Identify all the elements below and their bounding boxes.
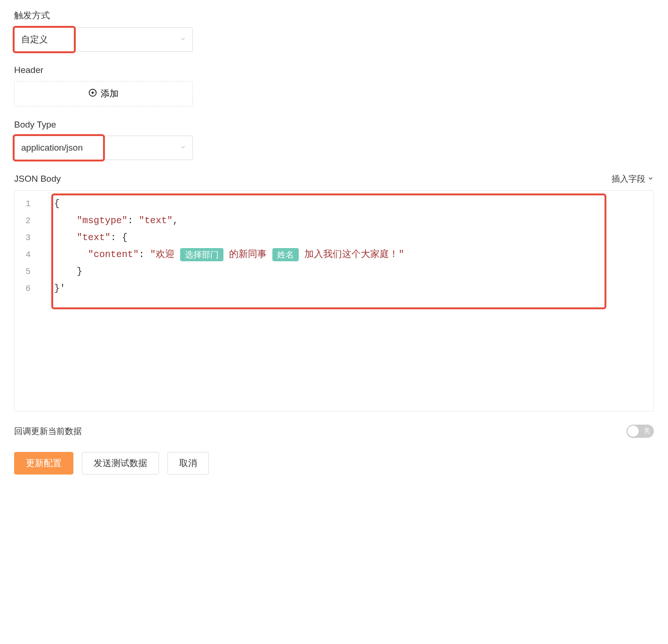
- trigger-section: 触发方式 自定义: [14, 9, 654, 52]
- trigger-select-value: 自定义: [21, 33, 48, 46]
- plus-circle-icon: [88, 89, 97, 99]
- line-number: 3: [15, 229, 31, 246]
- code-line: "text": {: [37, 229, 653, 246]
- field-chip-name[interactable]: 姓名: [272, 248, 299, 261]
- footer-buttons: 更新配置 发送测试数据 取消: [14, 452, 654, 475]
- header-section: Header 添加: [14, 65, 654, 106]
- insert-field-label: 插入字段: [612, 173, 645, 185]
- toggle-off-label: 关: [644, 427, 650, 435]
- field-chip-department[interactable]: 选择部门: [180, 248, 223, 261]
- code-line: }: [37, 263, 653, 280]
- code-line: "msgtype": "text",: [37, 212, 653, 229]
- body-type-label: Body Type: [14, 120, 654, 130]
- json-body-label: JSON Body: [14, 174, 61, 184]
- code-line: }': [37, 280, 653, 297]
- line-number: 5: [15, 263, 31, 280]
- line-number: 2: [15, 212, 31, 229]
- header-label: Header: [14, 65, 654, 75]
- callback-toggle-wrap: 关: [627, 425, 654, 438]
- json-body-section: JSON Body 插入字段 1 2 3 4 5 6 { "msgtype": …: [14, 173, 654, 411]
- code-content: 1 2 3 4 5 6 { "msgtype": "text", "text":…: [15, 191, 653, 297]
- send-test-data-button[interactable]: 发送测试数据: [82, 452, 159, 475]
- add-header-button[interactable]: 添加: [14, 81, 193, 106]
- trigger-select-wrap: 自定义: [14, 27, 193, 52]
- code-lines: { "msgtype": "text", "text": { "content"…: [37, 195, 653, 297]
- callback-toggle[interactable]: 关: [627, 425, 654, 438]
- body-type-select-value: application/json: [21, 143, 83, 153]
- callback-row: 回调更新当前数据 关: [14, 425, 654, 438]
- code-line: "content": "欢迎 选择部门 的新同事 姓名 加入我们这个大家庭！": [37, 246, 653, 263]
- line-number: 6: [15, 280, 31, 297]
- body-type-select-wrap: application/json: [14, 136, 193, 160]
- update-config-button[interactable]: 更新配置: [14, 452, 73, 475]
- callback-label: 回调更新当前数据: [14, 426, 82, 437]
- trigger-select[interactable]: 自定义: [14, 27, 193, 52]
- add-header-label: 添加: [101, 88, 119, 100]
- body-type-select[interactable]: application/json: [14, 136, 193, 160]
- json-body-header: JSON Body 插入字段: [14, 173, 654, 185]
- line-number: 4: [15, 246, 31, 263]
- code-line: {: [37, 195, 653, 212]
- chevron-down-icon: [647, 174, 654, 184]
- body-type-section: Body Type application/json: [14, 120, 654, 160]
- line-number: 1: [15, 195, 31, 212]
- code-gutter: 1 2 3 4 5 6: [15, 195, 37, 297]
- json-body-editor[interactable]: 1 2 3 4 5 6 { "msgtype": "text", "text":…: [14, 190, 654, 411]
- cancel-button[interactable]: 取消: [167, 452, 209, 475]
- trigger-label: 触发方式: [14, 9, 654, 22]
- insert-field-button[interactable]: 插入字段: [612, 173, 654, 185]
- toggle-knob: [628, 426, 639, 437]
